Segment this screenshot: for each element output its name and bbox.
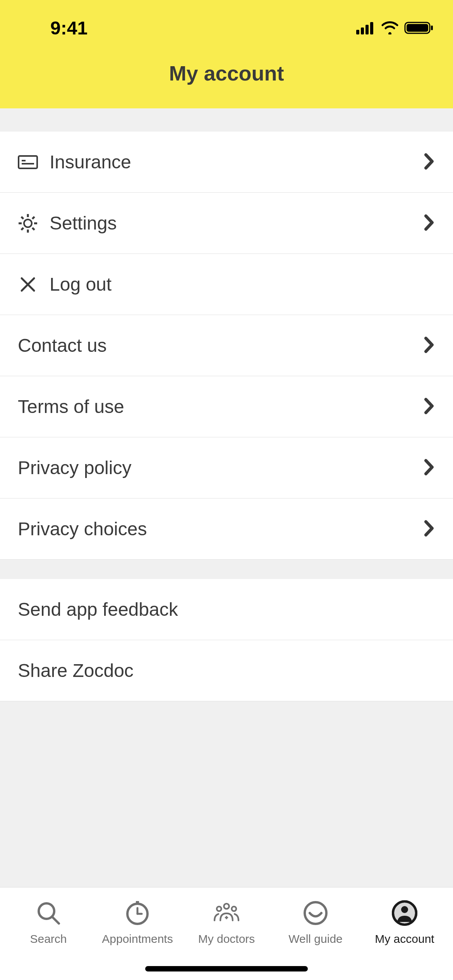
doctors-icon bbox=[213, 899, 240, 927]
tab-label: My account bbox=[375, 932, 434, 946]
search-icon bbox=[34, 899, 62, 927]
tab-my-doctors[interactable]: My doctors bbox=[182, 899, 271, 946]
menu-item-terms[interactable]: Terms of use bbox=[0, 376, 453, 437]
menu-item-label: Contact us bbox=[18, 335, 424, 356]
wifi-icon bbox=[381, 21, 399, 34]
menu-group-3: Send app feedback Share Zocdoc bbox=[0, 579, 453, 701]
svg-point-10 bbox=[24, 219, 32, 227]
chevron-right-icon bbox=[424, 152, 435, 172]
menu-item-label: Settings bbox=[50, 212, 424, 234]
tab-label: My doctors bbox=[198, 932, 255, 946]
tab-appointments[interactable]: Appointments bbox=[93, 899, 182, 946]
menu-item-contact-us[interactable]: Contact us bbox=[0, 315, 453, 376]
gear-icon bbox=[18, 213, 38, 233]
svg-rect-0 bbox=[356, 30, 359, 34]
svg-rect-5 bbox=[407, 24, 428, 32]
menu-item-logout[interactable]: Log out bbox=[0, 254, 453, 315]
svg-line-22 bbox=[52, 917, 59, 923]
close-icon bbox=[18, 274, 38, 295]
chevron-right-icon bbox=[424, 458, 435, 478]
svg-line-15 bbox=[21, 217, 24, 219]
status-time: 9:41 bbox=[19, 17, 88, 39]
menu-item-label: Terms of use bbox=[18, 396, 424, 417]
svg-rect-3 bbox=[370, 22, 373, 34]
menu-item-insurance[interactable]: Insurance bbox=[0, 132, 453, 193]
status-bar: 9:41 bbox=[0, 11, 453, 42]
smile-icon bbox=[302, 899, 329, 927]
page-title: My account bbox=[0, 42, 453, 108]
content: Insurance bbox=[0, 108, 453, 887]
menu-item-label: Insurance bbox=[50, 151, 424, 173]
battery-icon bbox=[404, 21, 434, 35]
svg-rect-7 bbox=[19, 156, 37, 168]
menu-item-label: Share Zocdoc bbox=[18, 660, 435, 681]
chevron-right-icon bbox=[424, 336, 435, 355]
tab-well-guide[interactable]: Well guide bbox=[271, 899, 360, 946]
menu-group-1: Insurance bbox=[0, 132, 453, 560]
chevron-right-icon bbox=[424, 214, 435, 233]
tab-my-account[interactable]: My account bbox=[360, 899, 449, 946]
svg-point-34 bbox=[401, 906, 408, 913]
svg-point-27 bbox=[224, 904, 229, 909]
chevron-right-icon bbox=[424, 519, 435, 539]
menu-item-label: Send app feedback bbox=[18, 599, 435, 620]
svg-rect-6 bbox=[431, 26, 433, 30]
svg-point-32 bbox=[305, 902, 326, 924]
menu-item-label: Privacy choices bbox=[18, 518, 424, 540]
svg-rect-24 bbox=[136, 901, 139, 903]
section-gap bbox=[0, 108, 453, 132]
svg-line-16 bbox=[33, 228, 35, 230]
svg-line-17 bbox=[21, 228, 24, 230]
status-icons bbox=[356, 21, 434, 35]
menu-item-label: Privacy policy bbox=[18, 457, 424, 478]
tab-label: Well guide bbox=[288, 932, 343, 946]
tab-search[interactable]: Search bbox=[4, 899, 93, 946]
card-icon bbox=[18, 152, 38, 172]
section-gap bbox=[0, 560, 453, 579]
svg-point-28 bbox=[217, 906, 221, 911]
tab-label: Appointments bbox=[102, 932, 173, 946]
menu-item-label: Log out bbox=[50, 274, 435, 295]
header: 9:41 My account bbox=[0, 0, 453, 108]
home-indicator[interactable] bbox=[145, 966, 308, 971]
menu-item-privacy-choices[interactable]: Privacy choices bbox=[0, 499, 453, 560]
clock-icon bbox=[124, 899, 151, 927]
menu-item-settings[interactable]: Settings bbox=[0, 193, 453, 254]
svg-line-18 bbox=[33, 217, 35, 219]
account-icon bbox=[391, 899, 419, 927]
menu-item-share[interactable]: Share Zocdoc bbox=[0, 640, 453, 701]
menu-item-privacy-policy[interactable]: Privacy policy bbox=[0, 437, 453, 499]
chevron-right-icon bbox=[424, 397, 435, 416]
svg-rect-1 bbox=[361, 27, 364, 34]
svg-point-29 bbox=[232, 906, 236, 911]
menu-item-feedback[interactable]: Send app feedback bbox=[0, 579, 453, 640]
svg-rect-2 bbox=[365, 25, 369, 34]
tab-label: Search bbox=[30, 932, 67, 946]
cellular-icon bbox=[356, 21, 376, 34]
